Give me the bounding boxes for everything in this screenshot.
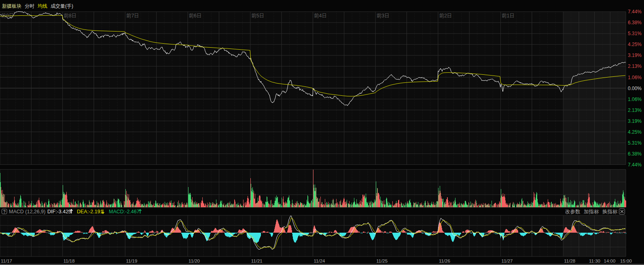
svg-text:6.38%: 6.38%	[628, 20, 642, 25]
svg-text:前1日: 前1日	[502, 13, 515, 19]
svg-text:换指标: 换指标	[602, 209, 618, 215]
svg-text:11/19: 11/19	[126, 259, 137, 263]
svg-text:11/27: 11/27	[502, 259, 513, 263]
svg-text:均线: 均线	[37, 3, 47, 9]
svg-text:11:30: 11:30	[589, 259, 600, 263]
svg-text:1.06%: 1.06%	[628, 75, 642, 80]
svg-text:7.44%: 7.44%	[628, 9, 642, 15]
svg-text:11/24: 11/24	[314, 259, 326, 263]
svg-text:7.44%: 7.44%	[628, 162, 642, 168]
svg-text:分时: 分时	[25, 3, 34, 9]
svg-text:2.13%: 2.13%	[628, 63, 642, 69]
svg-text:?: ?	[3, 210, 6, 214]
svg-text:11/26: 11/26	[439, 259, 450, 263]
svg-text:1.06%: 1.06%	[628, 97, 642, 102]
svg-text:MACD (12,26,9): MACD (12,26,9)	[9, 209, 45, 215]
svg-text:6.38%: 6.38%	[628, 151, 642, 157]
svg-text:前7日: 前7日	[126, 13, 139, 19]
svg-text:14:00: 14:00	[604, 259, 616, 263]
svg-text:DIF:-3.425: DIF:-3.425	[47, 209, 71, 215]
svg-text:前2日: 前2日	[439, 13, 452, 19]
svg-text:成交量(手): 成交量(手)	[51, 3, 73, 9]
svg-text:加指标: 加指标	[584, 209, 599, 215]
svg-text:4.25%: 4.25%	[628, 42, 642, 47]
svg-text:0.00%: 0.00%	[628, 86, 642, 91]
svg-text:前4日: 前4日	[314, 13, 327, 19]
svg-text:前6日: 前6日	[189, 13, 202, 19]
svg-text:11/28: 11/28	[564, 259, 575, 263]
svg-text:2.13%: 2.13%	[628, 107, 642, 113]
svg-text:11/18: 11/18	[64, 259, 75, 263]
svg-text:4.25%: 4.25%	[628, 129, 642, 135]
svg-text:DEA:-2.191: DEA:-2.191	[77, 209, 103, 215]
svg-text:前3日: 前3日	[377, 13, 390, 19]
svg-text:3.19%: 3.19%	[628, 118, 642, 124]
svg-text:15:00: 15:00	[620, 259, 632, 263]
svg-text:5.31%: 5.31%	[628, 140, 642, 146]
svg-text:11/25: 11/25	[376, 259, 388, 263]
svg-text:11/20: 11/20	[189, 259, 200, 263]
svg-text:5.31%: 5.31%	[628, 31, 642, 36]
svg-text:3.19%: 3.19%	[628, 53, 642, 58]
svg-text:前5日: 前5日	[251, 13, 264, 19]
svg-text:改参数: 改参数	[565, 209, 580, 215]
svg-text:11/17: 11/17	[1, 259, 12, 263]
svg-text:前8日: 前8日	[64, 13, 76, 19]
svg-text:MACD:-2.467: MACD:-2.467	[109, 209, 140, 215]
svg-text:新疆板块: 新疆板块	[2, 3, 21, 9]
svg-text:11/21: 11/21	[251, 259, 263, 263]
